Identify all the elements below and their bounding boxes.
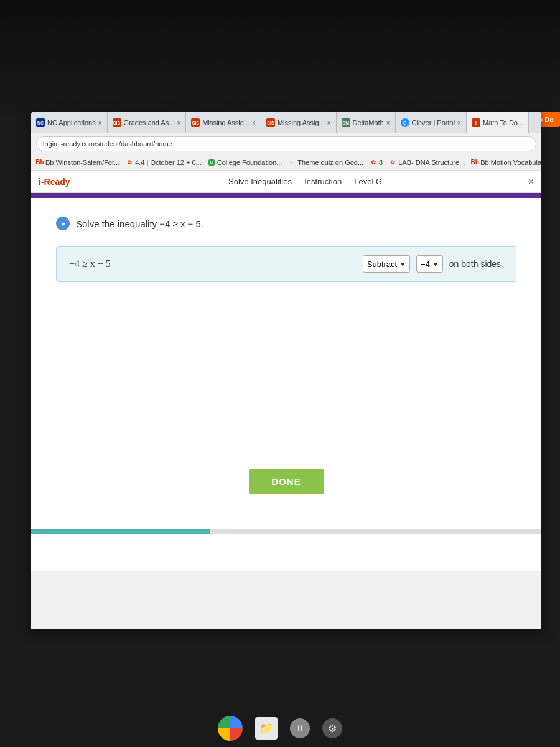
lab-favicon: ⚙	[389, 159, 396, 166]
chrome-dock: 📁 ⏸ ⚙	[218, 716, 342, 741]
tab-sis-grades[interactable]: SIS Grades and As... ×	[108, 112, 187, 133]
4-4-favicon: ⚙	[126, 159, 133, 166]
address-bar-row: login.i-ready.com/student/dashboard/home	[31, 133, 541, 154]
bookmark-4-4[interactable]: ⚙ 4.4 | October 12 + 0...	[126, 159, 202, 166]
deltamath-favicon: DM	[342, 118, 350, 127]
pause-button[interactable]: ⏸	[290, 718, 310, 738]
math-expression: −4 ≥ x − 5	[69, 258, 144, 270]
iready-lesson-title: Solve Inequalities — Instruction — Level…	[83, 177, 528, 186]
tab-nc-label: NC Applications	[47, 119, 96, 126]
bookmark-college-label: College Foundation...	[217, 159, 282, 166]
bookmark-8[interactable]: ⚙ 8	[370, 159, 383, 166]
tab-sis-missing1-close[interactable]: ×	[252, 120, 256, 126]
sis-grades-favicon: SIS	[113, 118, 121, 127]
tab-sis-grades-label: Grades and As...	[124, 119, 175, 126]
bb-favicon: Bb	[36, 159, 44, 166]
bookmark-college[interactable]: C College Foundation...	[208, 159, 282, 166]
tab-sis-missing2[interactable]: SIS Missing Assig... ×	[261, 112, 337, 133]
tab-sis-missing2-label: Missing Assig...	[278, 119, 325, 126]
tab-clever-label: Clever | Portal	[412, 119, 455, 126]
college-favicon: C	[208, 159, 215, 166]
chrome-browser-icon[interactable]	[218, 716, 243, 741]
tab-nc-close[interactable]: ×	[98, 120, 102, 126]
value-text: −4	[421, 260, 430, 269]
settings-button[interactable]: ⚙	[322, 718, 342, 738]
clever-favicon: C	[401, 118, 409, 127]
problem-instruction: Solve the inequality −4 ≥ x − 5.	[56, 217, 516, 230]
bookmark-bb-label: Bb Winston-Salem/For...	[45, 159, 119, 166]
purple-banner	[31, 193, 541, 198]
iready-favicon: i	[472, 118, 480, 127]
nc-favicon: NC	[36, 118, 45, 127]
tab-sis-missing1-label: Missing Assig...	[202, 119, 250, 126]
file-icon-glyph: 📁	[259, 721, 273, 735]
tab-clever[interactable]: C Clever | Portal ×	[396, 112, 467, 133]
background-dark	[0, 0, 560, 125]
bookmark-bb-motion[interactable]: Bb Bb Motion Vocabulary...	[471, 159, 541, 166]
audio-button[interactable]	[56, 217, 70, 230]
bookmark-4-4-label: 4.4 | October 12 + 0...	[135, 159, 202, 166]
iready-logo: i-Ready	[39, 177, 70, 187]
progress-bar-fill	[31, 529, 210, 534]
bookmark-theme-label: Theme quiz on Goo...	[297, 159, 363, 166]
tab-clever-close[interactable]: ×	[457, 120, 461, 126]
done-button[interactable]: DONE	[249, 469, 323, 494]
bookmark-8-label: 8	[379, 159, 383, 166]
tab-sis-missing2-close[interactable]: ×	[327, 120, 331, 126]
math-controls: Subtract ▼ −4 ▼ on both sides.	[363, 255, 503, 273]
tab-math-todo[interactable]: i Math To Do...	[467, 112, 529, 133]
operation-dropdown-arrow: ▼	[399, 261, 406, 268]
address-bar[interactable]: login.i-ready.com/student/dashboard/home	[36, 136, 536, 151]
content-area: Solve the inequality −4 ≥ x − 5. −4 ≥ x …	[31, 198, 541, 571]
progress-bar	[31, 529, 541, 534]
operation-dropdown[interactable]: Subtract ▼	[363, 255, 410, 273]
math-work-row: −4 ≥ x − 5 Subtract ▼ −4 ▼ on both sides…	[56, 246, 516, 282]
bookmark-lab-label: LAB- DNA Structure...	[398, 159, 465, 166]
iready-logo-text: i-Ready	[39, 177, 70, 187]
tab-nc-applications[interactable]: NC NC Applications ×	[31, 112, 108, 133]
bookmark-theme[interactable]: E Theme quiz on Goo...	[288, 159, 363, 166]
value-dropdown-arrow: ▼	[432, 261, 439, 268]
theme-favicon: E	[288, 159, 296, 166]
done-button-container: DONE	[56, 469, 516, 494]
problem-text: Solve the inequality −4 ≥ x − 5.	[76, 218, 203, 229]
address-text: login.i-ready.com/student/dashboard/home	[43, 140, 172, 148]
file-manager-icon[interactable]: 📁	[255, 717, 278, 740]
sis-missing1-favicon: SIS	[191, 118, 200, 127]
bookmark-lab[interactable]: ⚙ LAB- DNA Structure...	[389, 159, 465, 166]
b8-favicon: ⚙	[370, 159, 377, 166]
tab-deltamath-label: DeltaMath	[353, 119, 384, 126]
iready-header: i-Ready Solve Inequalities — Instruction…	[31, 171, 541, 193]
tab-deltamath[interactable]: DM DeltaMath ×	[337, 112, 396, 133]
pause-glyph: ⏸	[296, 723, 304, 733]
sis-missing2-favicon: SIS	[266, 118, 275, 127]
tab-bar: NC NC Applications × SIS Grades and As..…	[31, 112, 541, 133]
tab-sis-grades-close[interactable]: ×	[177, 120, 180, 126]
tab-deltamath-close[interactable]: ×	[386, 120, 390, 126]
tab-math-todo-label: Math To Do...	[483, 119, 523, 126]
bb-motion-favicon: Bb	[471, 159, 478, 166]
iready-close-button[interactable]: ×	[528, 176, 534, 187]
on-both-sides-text: on both sides.	[449, 259, 503, 269]
bookmark-bb-motion-label: Bb Motion Vocabulary...	[480, 159, 541, 166]
settings-glyph: ⚙	[328, 723, 337, 735]
browser-window: NC NC Applications × SIS Grades and As..…	[31, 112, 541, 629]
tab-sis-missing1[interactable]: SIS Missing Assig... ×	[186, 112, 261, 133]
bookmark-bb-winston[interactable]: Bb Bb Winston-Salem/For...	[36, 159, 119, 166]
bookmarks-bar: Bb Bb Winston-Salem/For... ⚙ 4.4 | Octob…	[31, 154, 541, 171]
value-dropdown[interactable]: −4 ▼	[416, 255, 443, 273]
operation-value: Subtract	[367, 260, 397, 269]
